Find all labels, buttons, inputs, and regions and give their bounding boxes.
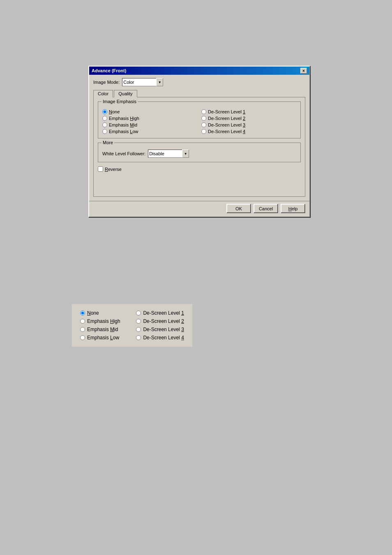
standalone-radio-descreen4-label: De-Screen Level 4 xyxy=(143,335,184,341)
more-group-label: More xyxy=(101,140,114,145)
standalone-radio-descreen4: De-Screen Level 4 xyxy=(136,335,184,341)
image-mode-select-wrapper: Color ▼ xyxy=(122,78,163,86)
reverse-checkbox-row: Reverse xyxy=(98,166,301,172)
image-mode-label: Image Mode: xyxy=(93,80,120,85)
standalone-radio-emphasis-high-label: Emphasis High xyxy=(87,318,120,324)
radio-emphasis-high-input[interactable] xyxy=(102,116,107,121)
radio-emphasis-high-label: Emphasis High xyxy=(109,116,139,121)
radio-emphasis-mid-input[interactable] xyxy=(102,122,107,127)
standalone-radio-descreen4-input[interactable] xyxy=(136,335,141,340)
radio-descreen1: De-Screen Level 1 xyxy=(201,109,296,114)
advance-front-dialog: Advance (Front) × Image Mode: Color ▼ Co… xyxy=(88,66,310,217)
radio-emphasis-low-input[interactable] xyxy=(102,129,107,134)
radio-emphasis-high: Emphasis High xyxy=(102,116,197,121)
white-level-row: White Level Follower: Disable Enable ▼ xyxy=(102,150,296,158)
image-emphasis-group: Image Emphasis None De-Screen Level 1 Em… xyxy=(98,101,301,138)
standalone-radio-emphasis-mid: Emphasis Mid xyxy=(80,327,128,332)
radio-none: None xyxy=(102,109,197,114)
dialog-titlebar: Advance (Front) × xyxy=(89,67,309,75)
help-button[interactable]: Help xyxy=(281,204,305,213)
standalone-radio-descreen2-label: De-Screen Level 2 xyxy=(143,318,184,324)
reverse-label: Reverse xyxy=(105,167,122,172)
radio-descreen3-label: De-Screen Level 3 xyxy=(208,122,245,127)
radio-descreen1-input[interactable] xyxy=(201,109,206,114)
radio-descreen3: De-Screen Level 3 xyxy=(201,122,296,127)
standalone-radio-panel: None De-Screen Level 1 Emphasis High De-… xyxy=(72,304,192,347)
standalone-radio-emphasis-high: Emphasis High xyxy=(80,318,128,324)
radio-descreen4-label: De-Screen Level 4 xyxy=(208,129,245,134)
radio-emphasis-mid-label: Emphasis Mid xyxy=(109,122,137,127)
tab-quality[interactable]: Quality xyxy=(114,90,137,97)
radio-descreen2-input[interactable] xyxy=(201,116,206,121)
standalone-radio-emphasis-mid-input[interactable] xyxy=(80,327,85,332)
standalone-radio-descreen2: De-Screen Level 2 xyxy=(136,318,184,324)
standalone-radio-none-input[interactable] xyxy=(80,311,85,315)
radio-descreen4: De-Screen Level 4 xyxy=(201,129,296,134)
standalone-radio-grid: None De-Screen Level 1 Emphasis High De-… xyxy=(80,310,184,341)
dialog-body: Image Mode: Color ▼ Color Quality Image … xyxy=(89,75,309,201)
tab-color[interactable]: Color xyxy=(93,90,113,97)
radio-none-label: None xyxy=(109,109,120,114)
standalone-radio-emphasis-mid-label: Emphasis Mid xyxy=(87,327,118,332)
standalone-radio-emphasis-low-label: Emphasis Low xyxy=(87,335,119,341)
more-group: More White Level Follower: Disable Enabl… xyxy=(98,143,301,162)
white-level-select[interactable]: Disable Enable xyxy=(148,150,189,158)
image-mode-select[interactable]: Color xyxy=(122,78,163,86)
standalone-radio-emphasis-low-input[interactable] xyxy=(80,335,85,340)
spacer xyxy=(98,176,301,192)
standalone-radio-descreen2-input[interactable] xyxy=(136,319,141,324)
radio-none-input[interactable] xyxy=(102,109,107,114)
white-level-select-wrapper: Disable Enable ▼ xyxy=(148,150,189,158)
standalone-radio-none-label: None xyxy=(87,310,99,316)
close-button[interactable]: × xyxy=(300,68,307,74)
standalone-radio-descreen3: De-Screen Level 3 xyxy=(136,327,184,332)
radio-emphasis-low-label: Emphasis Low xyxy=(109,129,138,134)
dialog-footer: OK Cancel Help xyxy=(89,201,309,216)
white-level-label: White Level Follower: xyxy=(102,151,145,156)
image-emphasis-label: Image Emphasis xyxy=(101,99,138,104)
standalone-radio-descreen3-label: De-Screen Level 3 xyxy=(143,327,184,332)
dialog-title: Advance (Front) xyxy=(92,68,126,73)
radio-descreen1-label: De-Screen Level 1 xyxy=(208,109,245,114)
standalone-radio-descreen3-input[interactable] xyxy=(136,327,141,332)
image-emphasis-radio-grid: None De-Screen Level 1 Emphasis High De-… xyxy=(102,109,296,134)
image-mode-row: Image Mode: Color ▼ xyxy=(93,78,305,86)
radio-emphasis-low: Emphasis Low xyxy=(102,129,197,134)
ok-button[interactable]: OK xyxy=(226,204,251,213)
radio-descreen2: De-Screen Level 2 xyxy=(201,116,296,121)
standalone-radio-none: None xyxy=(80,310,128,316)
standalone-radio-descreen1-label: De-Screen Level 1 xyxy=(143,310,184,316)
reverse-checkbox[interactable] xyxy=(98,166,103,172)
radio-emphasis-mid: Emphasis Mid xyxy=(102,122,197,127)
radio-descreen2-label: De-Screen Level 2 xyxy=(208,116,245,121)
tabs-row: Color Quality xyxy=(93,90,305,97)
radio-descreen4-input[interactable] xyxy=(201,129,206,134)
radio-descreen3-input[interactable] xyxy=(201,122,206,127)
tab-content-quality: Image Emphasis None De-Screen Level 1 Em… xyxy=(93,97,305,197)
standalone-radio-descreen1: De-Screen Level 1 xyxy=(136,310,184,316)
standalone-radio-emphasis-low: Emphasis Low xyxy=(80,335,128,341)
cancel-button[interactable]: Cancel xyxy=(254,204,278,213)
standalone-radio-descreen1-input[interactable] xyxy=(136,311,141,315)
standalone-radio-emphasis-high-input[interactable] xyxy=(80,319,85,324)
